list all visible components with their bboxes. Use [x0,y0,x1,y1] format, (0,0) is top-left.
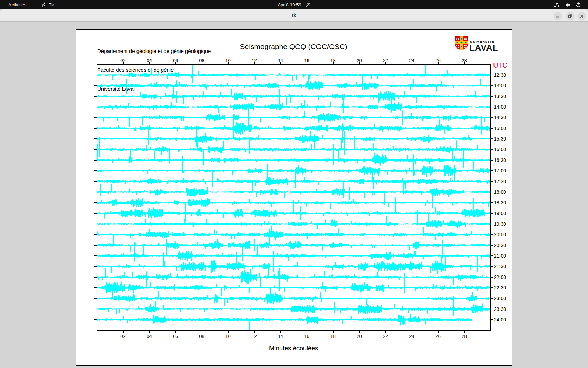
row-tick-right [491,85,493,86]
focused-app-menu[interactable]: Tk [41,2,54,7]
row-tick-left [94,160,97,161]
utc-time-label: 18:30 [494,200,506,205]
row-tick-right [491,75,493,75]
x-tick-mark-top [438,62,439,64]
x-tick-mark-top [254,62,255,64]
x-tick-mark-bottom [359,331,360,333]
notifications-muted-icon [306,2,310,7]
row-tick-left [94,128,97,129]
x-axis-title: Minutes écoulées [97,345,491,352]
row-tick-left [94,234,97,235]
row-tick-right [491,149,493,150]
x-tick-mark-top [280,62,281,64]
volume-icon [565,2,570,7]
row-tick-right [491,224,493,224]
x-tick-mark-bottom [175,331,176,333]
row-tick-right [491,255,493,256]
window-titlebar: tk [0,9,588,22]
row-tick-right [491,107,493,107]
power-icon [576,2,581,7]
utc-time-label: 15:00 [494,125,506,131]
x-tick-label-bottom: 26 [435,334,440,339]
row-tick-right [491,213,493,214]
row-tick-right [491,287,493,288]
x-tick-mark-bottom [123,331,124,333]
row-tick-right [491,298,493,299]
row-tick-right [491,160,493,161]
tk-app-icon [41,2,46,7]
x-tick-mark-bottom [385,331,386,333]
row-tick-left [94,287,97,288]
row-tick-left [94,75,97,75]
laval-shield-icon [455,36,468,52]
x-tick-mark-top [464,62,465,64]
row-tick-left [94,319,97,320]
row-tick-left [94,202,97,203]
maximize-button[interactable] [566,12,574,20]
row-tick-left [94,85,97,86]
x-tick-mark-bottom [438,331,439,333]
utc-time-label: 14:00 [494,104,506,110]
row-tick-left [94,107,97,107]
row-tick-left [94,255,97,256]
row-tick-left [94,245,97,246]
x-tick-label-bottom: 18 [330,334,335,339]
x-tick-label-bottom: 22 [383,334,388,339]
x-tick-mark-top [202,62,202,64]
row-tick-left [94,170,97,171]
row-tick-right [491,277,493,278]
row-tick-right [491,245,493,246]
x-tick-mark-bottom [412,331,412,333]
close-button[interactable] [578,12,586,20]
activities-button[interactable]: Activities [6,1,28,8]
seismograph-figure: Département de géologie et de génie géol… [76,29,512,366]
x-tick-label-bottom: 20 [357,334,362,339]
utc-time-label: 16:30 [494,157,506,163]
row-tick-right [491,128,493,129]
x-tick-label-bottom: 10 [225,334,230,339]
x-tick-mark-top [123,62,124,64]
x-tick-mark-top [149,62,150,64]
row-tick-right [491,319,493,320]
utc-time-label: 15:30 [494,136,506,142]
x-tick-label-bottom: 24 [409,334,414,339]
row-tick-left [94,266,97,267]
utc-time-label: 20:00 [494,232,506,237]
utc-axis-label: UTC [493,61,507,69]
x-tick-mark-top [307,62,307,64]
utc-time-label: 16:00 [494,146,506,152]
x-tick-mark-top [412,62,412,64]
row-tick-right [491,170,493,171]
row-tick-left [94,224,97,224]
x-tick-mark-top [175,62,176,64]
x-tick-mark-bottom [228,331,229,333]
x-tick-mark-top [333,62,334,64]
row-tick-right [491,234,493,235]
row-tick-left [94,213,97,214]
row-tick-right [491,266,493,267]
x-tick-mark-bottom [333,331,334,333]
x-tick-label-bottom: 12 [252,334,257,339]
x-tick-label-bottom: 28 [462,334,467,339]
utc-time-label: 21:00 [494,253,506,259]
x-tick-mark-bottom [280,331,281,333]
clock[interactable]: Apr 8 19:59 [278,2,301,7]
utc-time-label: 19:30 [494,221,506,227]
network-wired-icon [554,2,560,7]
utc-time-label: 22:00 [494,274,506,280]
row-tick-left [94,96,97,97]
utc-time-label: 23:00 [494,295,506,301]
utc-time-label: 24:00 [494,317,506,322]
row-tick-left [94,117,97,118]
row-tick-right [491,192,493,192]
row-tick-left [94,192,97,192]
utc-time-label: 17:00 [494,168,506,173]
row-tick-left [94,277,97,278]
utc-time-label: 18:00 [494,189,506,195]
gnome-top-bar: Activities Tk Apr 8 19:59 [0,0,588,9]
x-tick-mark-bottom [254,331,255,333]
minimize-button[interactable] [554,12,562,20]
system-status-area[interactable] [554,0,588,9]
row-tick-left [94,309,97,309]
x-tick-mark-bottom [202,331,202,333]
